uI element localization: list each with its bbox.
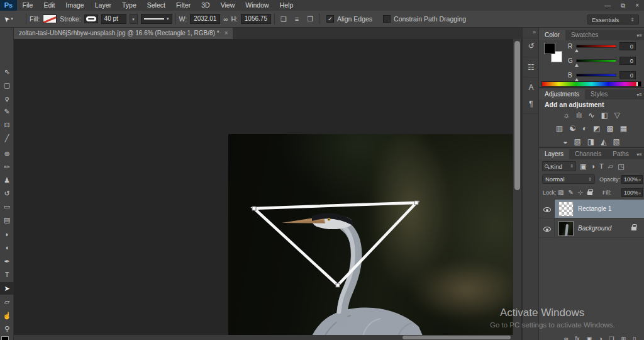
- color-spectrum-ramp[interactable]: [541, 81, 641, 87]
- menu-3d[interactable]: 3D: [196, 0, 215, 11]
- green-slider[interactable]: [576, 59, 616, 62]
- stroke-style-dropdown[interactable]: ▾: [141, 14, 172, 24]
- invert-icon[interactable]: ◒: [563, 137, 567, 147]
- align-edges-checkbox[interactable]: ✓: [326, 15, 334, 23]
- lasso-tool[interactable]: ϙ: [0, 92, 14, 105]
- eyedropper-tool[interactable]: ╱: [0, 132, 14, 144]
- filter-shape-layers-icon[interactable]: ▱: [608, 161, 613, 171]
- zoom-tool[interactable]: ⚲: [0, 322, 14, 335]
- blue-slider[interactable]: [576, 74, 616, 77]
- tab-swatches[interactable]: Swatches: [565, 30, 604, 40]
- gradient-tool[interactable]: ▤: [0, 213, 14, 226]
- character-panel-icon[interactable]: A: [523, 83, 540, 92]
- slider-thumb[interactable]: [575, 49, 579, 52]
- brightness-contrast-icon[interactable]: ☼: [563, 110, 570, 120]
- hue-saturation-icon[interactable]: ▥: [556, 123, 563, 133]
- levels-icon[interactable]: ılı: [576, 110, 582, 120]
- layer-filter-kind-dropdown[interactable]: Kind ⇕: [542, 161, 576, 171]
- vertical-scrollbar[interactable]: [513, 39, 521, 340]
- opacity-dropdown[interactable]: 100% ▾: [621, 175, 643, 184]
- paragraph-panel-icon[interactable]: ¶: [523, 99, 540, 108]
- foreground-color-swatch[interactable]: [544, 43, 555, 54]
- shape-height-field[interactable]: 1056.75: [241, 14, 271, 24]
- selective-color-icon[interactable]: ◭: [601, 137, 606, 147]
- menu-edit[interactable]: Edit: [38, 0, 60, 11]
- triangle-shape-layer[interactable]: [228, 134, 513, 340]
- horizontal-scrollbar-thumb[interactable]: [402, 336, 511, 339]
- dodge-tool[interactable]: ◖: [0, 241, 14, 254]
- pen-tool[interactable]: ✒: [0, 255, 14, 268]
- type-tool[interactable]: T: [0, 268, 14, 281]
- fill-color-swatch[interactable]: [43, 14, 57, 23]
- slider-thumb[interactable]: [575, 78, 579, 81]
- lock-pixels-icon[interactable]: ✎: [568, 189, 573, 196]
- link-layers-icon[interactable]: ∞: [564, 335, 568, 340]
- layer-name[interactable]: Rectangle 1: [578, 205, 611, 212]
- vibrance-icon[interactable]: ▽: [614, 110, 620, 120]
- blur-tool[interactable]: ◗: [0, 228, 14, 241]
- foreground-color-swatch[interactable]: [1, 336, 9, 340]
- vertical-scrollbar-thumb[interactable]: [514, 41, 520, 190]
- color-lookup-icon[interactable]: ▦: [620, 123, 627, 133]
- lock-position-icon[interactable]: ⊹: [578, 189, 583, 196]
- eraser-tool[interactable]: ▭: [0, 200, 14, 213]
- delete-layer-icon[interactable]: ▯: [633, 335, 636, 340]
- move-tool[interactable]: ⇖: [0, 65, 14, 78]
- menu-layer[interactable]: Layer: [89, 0, 116, 11]
- brush-tool[interactable]: ✏: [0, 161, 14, 173]
- fill-dropdown[interactable]: 100% ▾: [621, 188, 643, 197]
- tab-color[interactable]: Color: [539, 30, 565, 40]
- quick-selection-tool[interactable]: ✎: [0, 105, 14, 118]
- gradient-map-icon[interactable]: ▧: [613, 137, 619, 147]
- exposure-icon[interactable]: ◧: [601, 110, 608, 120]
- channel-mixer-icon[interactable]: ▩: [607, 123, 614, 133]
- path-alignment-icon[interactable]: ≡: [292, 15, 301, 23]
- tab-adjustments[interactable]: Adjustments: [539, 89, 585, 99]
- slider-thumb[interactable]: [575, 64, 579, 67]
- menu-image[interactable]: Image: [60, 0, 89, 11]
- path-arrangement-icon[interactable]: ❐: [304, 15, 316, 23]
- workspace-switcher[interactable]: Essentials ⇕: [587, 14, 639, 25]
- restore-button[interactable]: ⧉: [621, 0, 625, 11]
- marquee-tool[interactable]: ▢: [0, 79, 14, 91]
- layer-group-icon[interactable]: ❏: [609, 335, 614, 340]
- color-balance-icon[interactable]: ☯: [569, 123, 576, 133]
- new-layer-icon[interactable]: ⊞: [621, 335, 626, 340]
- menu-view[interactable]: View: [215, 0, 240, 11]
- canvas-area[interactable]: [14, 39, 522, 340]
- document-image[interactable]: [228, 134, 513, 340]
- filter-pixel-layers-icon[interactable]: ▣: [580, 161, 586, 171]
- close-tab-icon[interactable]: ×: [225, 28, 228, 39]
- hand-tool[interactable]: ☝: [0, 309, 14, 322]
- minimize-button[interactable]: —: [604, 0, 611, 11]
- rectangle-tool[interactable]: ▱: [0, 295, 14, 308]
- new-adjustment-layer-icon[interactable]: ◑: [599, 335, 602, 340]
- tool-preset-picker[interactable]: ➤ ▾: [4, 15, 23, 23]
- shape-width-field[interactable]: 2032.01: [190, 14, 220, 24]
- layer-thumbnail[interactable]: [558, 221, 574, 236]
- menu-select[interactable]: Select: [142, 0, 170, 11]
- healing-brush-tool[interactable]: ⊕: [0, 147, 14, 160]
- lock-transparency-icon[interactable]: ▨: [558, 189, 564, 196]
- tab-paths[interactable]: Paths: [607, 149, 635, 159]
- menu-file[interactable]: File: [17, 0, 38, 11]
- filter-type-layers-icon[interactable]: T: [599, 161, 604, 171]
- history-brush-tool[interactable]: ↺: [0, 187, 14, 200]
- properties-panel-icon[interactable]: ☷: [523, 63, 540, 72]
- layer-thumbnail[interactable]: [558, 201, 574, 217]
- green-value-field[interactable]: 0: [619, 57, 636, 65]
- filter-smart-objects-icon[interactable]: ◳: [618, 161, 624, 171]
- black-white-icon[interactable]: ◐: [582, 123, 587, 133]
- layer-row-background[interactable]: Background: [539, 219, 644, 238]
- link-dimensions-icon[interactable]: ∞: [223, 16, 228, 23]
- panel-menu-icon[interactable]: ▾≡: [636, 33, 642, 38]
- posterize-icon[interactable]: ▨: [574, 137, 580, 147]
- layer-style-icon[interactable]: fx: [575, 335, 579, 340]
- panel-menu-icon[interactable]: ▾≡: [636, 152, 642, 157]
- menu-type[interactable]: Type: [116, 0, 142, 11]
- layer-row-rectangle-1[interactable]: Rectangle 1: [539, 200, 644, 218]
- color-panel-swatches[interactable]: [544, 43, 565, 64]
- layer-visibility-eye-icon[interactable]: [543, 207, 551, 212]
- menu-filter[interactable]: Filter: [170, 0, 196, 11]
- menu-window[interactable]: Window: [240, 0, 274, 11]
